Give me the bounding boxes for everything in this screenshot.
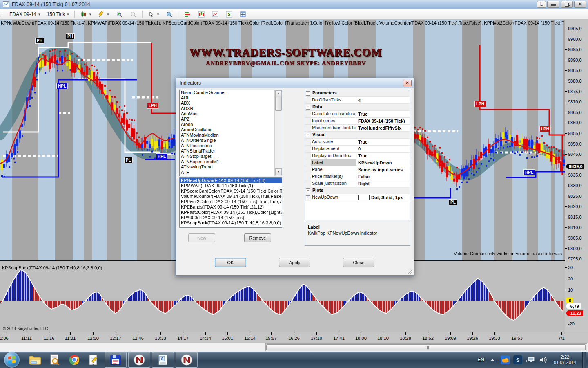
- property-value[interactable]: Dot; Solid; 1px: [356, 194, 410, 201]
- property-row[interactable]: Input seriesFDAX 09-14 (150 Tick): [305, 118, 410, 125]
- network-icon[interactable]: [526, 355, 535, 364]
- indicator-list-item[interactable]: ADL: [180, 95, 282, 101]
- indicator-list-item[interactable]: AnaMas: [180, 111, 282, 117]
- hidden-icons-chevron[interactable]: [488, 355, 497, 364]
- minimize-button[interactable]: [547, 1, 559, 8]
- taskbar-explorer-icon[interactable]: [27, 352, 43, 368]
- indicator-list-item[interactable]: ATNStopTarget: [180, 154, 282, 159]
- indicator-list-item[interactable]: ATNPostionInfo: [180, 143, 282, 148]
- property-row[interactable]: Displacement0: [305, 146, 410, 153]
- scrollbar-thumb[interactable]: [266, 344, 586, 350]
- price-axis[interactable]: 9905,09900,09895,09890,09885,09880,09875…: [565, 20, 588, 332]
- new-indicator-button[interactable]: New: [188, 233, 215, 242]
- property-value[interactable]: Right: [356, 180, 410, 187]
- account-button[interactable]: $: [223, 9, 236, 19]
- applied-indicator-item[interactable]: KPSnapBack(FDAX 09-14 (150 Tick),8,16,3,…: [180, 220, 282, 226]
- taskbar-running-ninjatrader-2[interactable]: [176, 352, 198, 368]
- collapse-box-icon[interactable]: −: [306, 91, 310, 96]
- chart-window-button[interactable]: [195, 9, 208, 19]
- indicator-list-item[interactable]: ADX: [180, 101, 282, 106]
- data-box-button[interactable]: [163, 9, 176, 19]
- applied-indicator-item[interactable]: KPPivot2Color(FDAX 09-14 (150 Tick),True…: [180, 199, 282, 204]
- indicator-list-item[interactable]: ADXR: [180, 106, 282, 111]
- property-value[interactable]: 0: [356, 146, 410, 152]
- collapse-box-icon[interactable]: −: [306, 188, 310, 193]
- indicator-list-item[interactable]: ATNSignalTrader: [180, 148, 282, 154]
- chart-style-button[interactable]: [77, 9, 94, 19]
- time-axis[interactable]: 1:0611:1111:1611:3112:0012:1712:4613:331…: [0, 332, 588, 343]
- property-category-row[interactable]: −Data: [305, 104, 410, 111]
- grid-window-button[interactable]: [236, 9, 249, 19]
- property-row[interactable]: Maximum bars look baTwoHundredFiftySix: [305, 125, 410, 132]
- list-scrollbar[interactable]: ▲ ▼: [274, 90, 282, 176]
- property-row[interactable]: Auto scaleTrue: [305, 139, 410, 146]
- language-indicator[interactable]: EN: [477, 357, 484, 363]
- property-value[interactable]: False: [356, 173, 410, 180]
- indicator-list-item[interactable]: Nison Candle Scanner: [180, 90, 282, 95]
- taskbar-clock[interactable]: 2:22 01.07.2014: [554, 355, 576, 365]
- property-value[interactable]: FDAX 09-14 (150 Tick): [356, 118, 410, 124]
- property-value[interactable]: TwoHundredFiftySix: [356, 125, 410, 131]
- property-value[interactable]: True: [356, 111, 410, 117]
- skype-icon[interactable]: S: [513, 355, 522, 364]
- property-category-row[interactable]: −Parameters: [305, 90, 410, 97]
- collapse-box-icon[interactable]: −: [306, 133, 310, 137]
- applied-indicator-item[interactable]: KPA900(FDAX 09-14 (150 Tick)): [180, 215, 282, 220]
- weather-cloud-icon[interactable]: [501, 355, 510, 364]
- property-row[interactable]: DotOffsetTicks4: [305, 97, 410, 104]
- indicator-list-item[interactable]: ATNswingTrend: [180, 164, 282, 170]
- toolbar-grip[interactable]: [2, 11, 4, 18]
- property-row[interactable]: +NewUpDownDot; Solid; 1px: [305, 194, 410, 201]
- indicator-list-item[interactable]: ATR: [180, 170, 282, 175]
- dialog-titlebar[interactable]: Indicators: [176, 78, 414, 88]
- volume-icon[interactable]: [539, 355, 548, 364]
- close-button[interactable]: [574, 1, 586, 8]
- taskbar-chrome-icon[interactable]: [66, 352, 82, 368]
- dialog-resize-grip[interactable]: [408, 269, 412, 274]
- property-category-row[interactable]: −Plots: [305, 187, 410, 194]
- taskbar-running-ninjatrader[interactable]: [128, 352, 150, 368]
- cursor-tool-button[interactable]: [145, 9, 162, 19]
- market-analyzer-button[interactable]: [181, 9, 194, 19]
- indicator-list-item[interactable]: ATNMovingMedian: [180, 132, 282, 138]
- property-row[interactable]: Display in Data BoxTrue: [305, 153, 410, 159]
- applied-indicator-item[interactable]: KPEBands(FDAX 09-14 (150 Tick),21,12): [180, 204, 282, 210]
- applied-indicator-item[interactable]: KPMWAP(FDAX 09-14 (150 Tick),1): [180, 183, 282, 188]
- restore-button[interactable]: [561, 1, 573, 8]
- scroll-up-arrow-icon[interactable]: ▲: [275, 90, 282, 97]
- instrument-selector[interactable]: FDAX 09-14: [7, 10, 43, 18]
- mini-chart-button[interactable]: [209, 9, 222, 19]
- zoom-in-button[interactable]: [113, 9, 126, 19]
- property-row[interactable]: PanelSame as input series: [305, 166, 410, 173]
- property-value[interactable]: KPNewUpDown: [356, 159, 410, 166]
- apply-button[interactable]: Apply: [279, 258, 310, 267]
- dialog-close-button[interactable]: ✕: [403, 80, 412, 86]
- applied-indicator-item[interactable]: KPScoreCardColor(FDAX 09-14 (150 Tick),C…: [180, 188, 282, 194]
- scroll-thumb[interactable]: [275, 97, 282, 111]
- property-row[interactable]: Price marker(s)False: [305, 173, 410, 180]
- taskbar-running-wordpad[interactable]: A: [152, 352, 174, 368]
- property-value[interactable]: True: [356, 153, 410, 159]
- collapse-box-icon[interactable]: −: [306, 105, 310, 110]
- applied-indicator-item[interactable]: KPFast2Color(FDAX 09-14 (150 Tick),Color…: [180, 210, 282, 215]
- remove-indicator-button[interactable]: Remove: [244, 233, 271, 242]
- property-row[interactable]: LabelKPNewUpDown: [305, 159, 410, 166]
- start-button[interactable]: [4, 352, 20, 368]
- show-desktop-button[interactable]: [582, 352, 586, 368]
- indicator-list-item[interactable]: Aroon: [180, 122, 282, 127]
- indicator-list-item[interactable]: ATNOrdersSingle: [180, 138, 282, 143]
- interval-selector[interactable]: 150 Tick: [44, 10, 72, 18]
- property-value[interactable]: 4: [356, 97, 410, 103]
- ok-button[interactable]: OK: [215, 258, 246, 267]
- indicator-list-item[interactable]: AroonOscillator: [180, 127, 282, 132]
- scroll-down-arrow-icon[interactable]: ▼: [275, 168, 282, 175]
- indicator-list-item[interactable]: ATNSuperTrendM1: [180, 159, 282, 164]
- taskbar-search-icon[interactable]: [47, 352, 63, 368]
- link-window-button[interactable]: L: [537, 1, 546, 8]
- applied-indicator-item[interactable]: KPNewUpDown(FDAX 09-14 (150 Tick),4): [180, 178, 282, 183]
- property-value[interactable]: True: [356, 139, 410, 145]
- zoom-out-button[interactable]: [127, 9, 140, 19]
- applied-indicator-item[interactable]: VolumeCounter(FDAX 09-14 (150 Tick),True…: [180, 194, 282, 199]
- property-category-row[interactable]: −Visual: [305, 132, 410, 139]
- property-value[interactable]: Same as input series: [356, 166, 410, 173]
